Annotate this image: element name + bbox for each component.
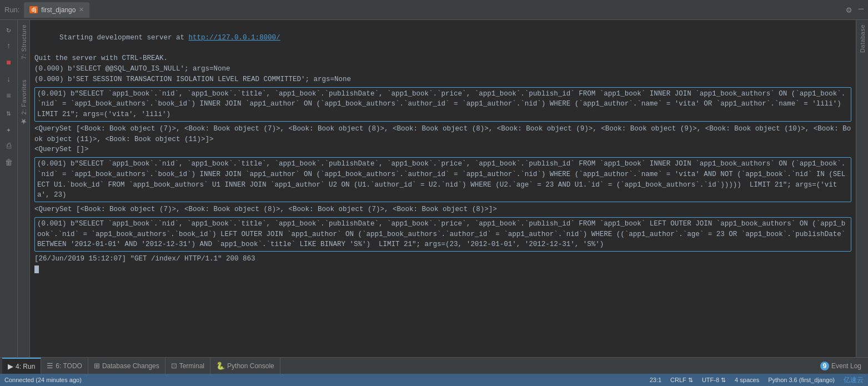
console-line-6: <QuerySet []> xyxy=(34,144,851,155)
list-icon[interactable]: ≡ xyxy=(3,90,15,102)
todo-icon: ☰ xyxy=(47,362,53,370)
console-line-2: Quit the server with CTRL-BREAK. xyxy=(34,53,851,64)
main-area: ↻ ↑ ■ ↓ ≡ ⇅ ✦ ⎙ 🗑 7: Structure ★ 2: Favo… xyxy=(0,20,868,357)
python-console-tab-label: Python Console xyxy=(227,362,274,370)
pin-icon[interactable]: ✦ xyxy=(3,123,15,136)
database-tab[interactable]: Database xyxy=(858,20,867,57)
sql-box-2-text: (0.001) b"SELECT `app1_book`.`nid`, `app… xyxy=(37,159,849,200)
sql-box-3-text: (0.001) b"SELECT `app1_book`.`nid`, `app… xyxy=(37,219,849,250)
sort-icon[interactable]: ⇅ xyxy=(3,107,15,119)
server-url-link[interactable]: http://127.0.0.1:8000/ xyxy=(189,34,280,42)
refresh-icon[interactable]: ↻ xyxy=(3,23,15,36)
terminal-tab-label: Terminal xyxy=(179,362,204,370)
run-label: Run: xyxy=(4,6,19,14)
top-bar-icons: ⚙ ─ xyxy=(846,4,864,16)
settings-icon[interactable]: ⚙ xyxy=(846,4,852,16)
run-tab-label: 4: Run xyxy=(16,363,35,370)
python-console-bottom-tab[interactable]: 🐍 Python Console xyxy=(210,358,280,374)
todo-bottom-tab[interactable]: ☰ 6: TODO xyxy=(41,358,88,374)
brand: 亿速云 xyxy=(844,375,864,385)
cursor xyxy=(34,265,39,273)
terminal-bottom-tab[interactable]: ⊡ Terminal xyxy=(165,358,210,374)
indent: 4 spaces xyxy=(735,377,759,383)
sidebar-right: Database xyxy=(856,20,868,357)
up-icon[interactable]: ↑ xyxy=(3,40,15,52)
todo-tab-label: 6: TODO xyxy=(56,362,82,370)
run-bottom-tab[interactable]: ▶ 4: Run xyxy=(2,358,41,374)
cursor-position: 23:1 xyxy=(650,377,661,383)
line-ending: CRLF ⇅ xyxy=(670,377,693,384)
sql-box-1: (0.001) b"SELECT `app1_book`.`nid`, `app… xyxy=(34,87,851,122)
console-line-3: (0.000) b'SELECT @@SQL_AUTO_IS_NULL'; ar… xyxy=(34,64,851,74)
minimize-icon[interactable]: ─ xyxy=(858,4,864,16)
console-line-5: <QuerySet [<Book: Book object (7)>, <Boo… xyxy=(34,124,851,145)
print-icon[interactable]: ⎙ xyxy=(3,140,15,152)
console-line-8: [26/Jun/2019 15:12:07] "GET /index/ HTTP… xyxy=(34,254,851,264)
structure-tab[interactable]: 7: Structure xyxy=(19,20,28,64)
console-line-1: Starting development server at http://12… xyxy=(34,22,851,53)
python-icon: 🐍 xyxy=(216,362,225,370)
db-changes-tab-label: Database Changes xyxy=(102,362,159,370)
console-line-7: <QuerySet [<Book: Book object (7)>, <Boo… xyxy=(34,204,851,215)
sidebar-left-tabs: 7: Structure ★ 2: Favorites xyxy=(18,20,30,357)
connection-status: Connected (24 minutes ago) xyxy=(4,377,82,383)
sql-box-3: (0.001) b"SELECT `app1_book`.`nid`, `app… xyxy=(34,217,851,252)
terminal-icon: ⊡ xyxy=(171,362,177,370)
console-cursor-line xyxy=(34,264,851,275)
tab-close-icon[interactable]: ✕ xyxy=(79,6,84,13)
python-version: Python 3.6 (first_django) xyxy=(768,377,835,383)
status-bar: Connected (24 minutes ago) 23:1 CRLF ⇅ U… xyxy=(0,374,868,386)
down-icon[interactable]: ↓ xyxy=(3,73,15,86)
favorites-tab[interactable]: ★ 2: Favorites xyxy=(18,75,29,131)
event-log-label: Event Log xyxy=(831,362,861,370)
sidebar-left: ↻ ↑ ■ ↓ ≡ ⇅ ✦ ⎙ 🗑 xyxy=(0,20,18,357)
run-tab-header[interactable]: dj first_django ✕ xyxy=(24,2,89,18)
db-changes-bottom-tab[interactable]: ⊞ Database Changes xyxy=(88,358,165,374)
trash-icon[interactable]: 🗑 xyxy=(3,157,15,169)
sql-box-2: (0.001) b"SELECT `app1_book`.`nid`, `app… xyxy=(34,157,851,202)
event-log-tab[interactable]: 9 Event Log xyxy=(816,362,866,370)
tab-name: first_django xyxy=(41,6,76,14)
console-area[interactable]: Starting development server at http://12… xyxy=(30,20,856,357)
event-log-icon: 9 xyxy=(820,362,829,370)
stop-icon[interactable]: ■ xyxy=(3,57,15,69)
encoding: UTF-8 ⇅ xyxy=(702,377,726,384)
bottom-tabs-bar: ▶ 4: Run ☰ 6: TODO ⊞ Database Changes ⊡ … xyxy=(0,357,868,374)
top-bar: Run: dj first_django ✕ ⚙ ─ xyxy=(0,0,868,20)
db-changes-icon: ⊞ xyxy=(94,362,100,370)
dj-icon: dj xyxy=(29,6,38,13)
run-icon: ▶ xyxy=(8,362,13,370)
sql-box-1-text: (0.001) b"SELECT `app1_book`.`nid`, `app… xyxy=(37,89,849,120)
console-line-4: (0.000) b'SET SESSION TRANSACTION ISOLAT… xyxy=(34,74,851,85)
